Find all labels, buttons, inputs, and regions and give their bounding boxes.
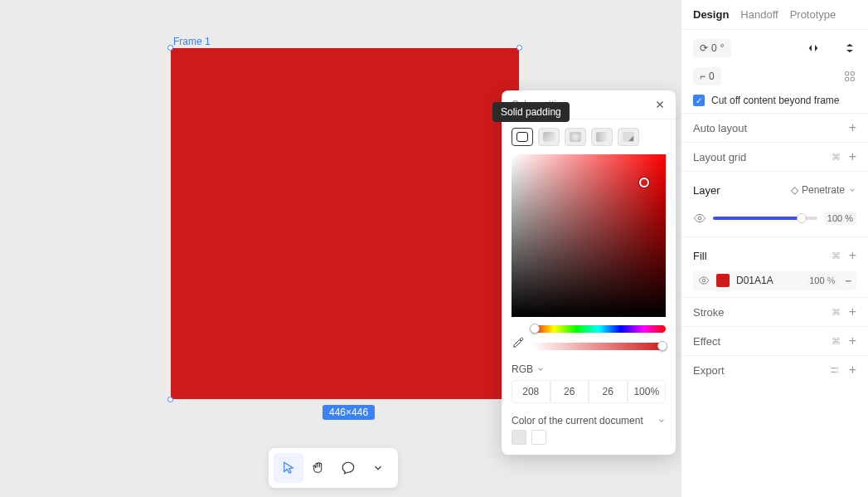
tab-prototype[interactable]: Prototype [790, 8, 836, 21]
opacity-thumb[interactable] [797, 213, 807, 223]
auto-layout-section: Auto layout [693, 122, 747, 134]
tooltip-solid-padding: Solid padding [492, 102, 570, 122]
export-settings-icon[interactable] [829, 364, 841, 376]
color-g-input[interactable]: 26 [550, 380, 589, 403]
fill-type-angular[interactable] [591, 128, 613, 146]
corner-radius-input[interactable]: ⌐0 [693, 67, 721, 85]
resize-handle-top-left[interactable] [167, 45, 173, 51]
hue-slider[interactable] [531, 325, 666, 333]
hue-thumb[interactable] [530, 324, 540, 334]
color-picker-popover: Color setting ◢ RGB 208 26 26 100% [502, 90, 676, 455]
flip-horizontal-icon[interactable] [807, 41, 820, 55]
resize-handle-top-right[interactable] [516, 45, 522, 51]
hand-tool[interactable] [303, 453, 333, 483]
rotation-input[interactable]: ⟳0° [693, 39, 731, 57]
fill-type-linear[interactable] [538, 128, 560, 146]
add-export[interactable]: + [849, 363, 856, 378]
stroke-section: Stroke [693, 306, 725, 319]
document-colors-toggle[interactable]: Color of the current document [502, 408, 676, 430]
fill-type-radial[interactable] [565, 128, 586, 146]
layout-grid-shortcut: ⌘ [832, 152, 841, 163]
comment-tool[interactable] [333, 453, 363, 483]
alpha-thumb[interactable] [657, 341, 667, 351]
svg-point-4 [698, 217, 701, 220]
fill-opacity-input[interactable]: 100 % [806, 274, 838, 287]
opacity-slider[interactable] [713, 217, 817, 220]
add-stroke[interactable]: + [849, 305, 856, 319]
fill-swatch[interactable] [716, 274, 730, 287]
independent-corners-icon[interactable] [843, 70, 856, 83]
svg-rect-0 [846, 72, 849, 76]
blend-mode-select[interactable]: ◇Penetrate [791, 184, 856, 196]
color-a-input[interactable]: 100% [628, 380, 667, 403]
fill-visibility-icon[interactable] [698, 275, 710, 286]
sv-cursor[interactable] [639, 178, 649, 188]
add-effect[interactable]: + [849, 334, 856, 348]
layer-section: Layer [693, 184, 720, 197]
svg-rect-1 [851, 72, 854, 76]
svg-point-5 [702, 279, 706, 282]
color-mode-select[interactable]: RGB [512, 363, 545, 375]
svg-point-6 [836, 368, 837, 369]
svg-point-7 [836, 371, 837, 373]
saturation-value-picker[interactable] [512, 154, 666, 317]
svg-rect-2 [846, 77, 849, 80]
remove-fill[interactable]: − [845, 275, 851, 287]
select-tool[interactable] [274, 453, 303, 483]
doc-swatch-2[interactable] [531, 430, 546, 445]
frame-label[interactable]: Frame 1 [173, 36, 211, 47]
visibility-icon[interactable] [693, 212, 706, 225]
export-section: Export [693, 364, 725, 377]
fill-hex-input[interactable]: D01A1A [736, 275, 773, 286]
doc-swatch-1[interactable] [512, 430, 526, 445]
alpha-slider[interactable] [531, 343, 666, 350]
more-tools[interactable] [363, 453, 393, 483]
fill-item: D01A1A 100 % − [693, 270, 856, 290]
flip-vertical-icon[interactable] [843, 41, 856, 55]
fill-type-solid[interactable] [512, 128, 533, 146]
tab-design[interactable]: Design [693, 8, 729, 21]
layout-grid-section: Layout grid [693, 151, 746, 163]
add-fill[interactable]: + [849, 248, 856, 263]
add-layout-grid[interactable]: + [849, 149, 856, 164]
resize-handle-bottom-left[interactable] [167, 397, 173, 402]
effect-section: Effect [693, 335, 720, 348]
fill-type-image[interactable]: ◢ [618, 128, 639, 146]
clip-content-checkbox[interactable]: ✓ Cut off content beyond frame [693, 95, 856, 106]
right-sidebar: Design Handoff Prototype ⟳0° ⌐0 ✓ Cut of… [681, 0, 868, 497]
svg-rect-3 [851, 77, 854, 80]
opacity-input[interactable]: 100 % [824, 212, 856, 225]
fill-section: Fill [693, 250, 707, 262]
bottom-toolbar [269, 448, 398, 488]
dimensions-badge: 446×446 [322, 405, 375, 420]
selected-frame[interactable] [171, 48, 519, 399]
eyedropper-icon[interactable] [512, 336, 525, 349]
close-icon[interactable] [654, 99, 666, 110]
color-r-input[interactable]: 208 [512, 380, 550, 403]
color-b-input[interactable]: 26 [589, 380, 628, 403]
add-auto-layout[interactable]: + [849, 120, 856, 135]
tab-handoff[interactable]: Handoff [740, 8, 778, 21]
